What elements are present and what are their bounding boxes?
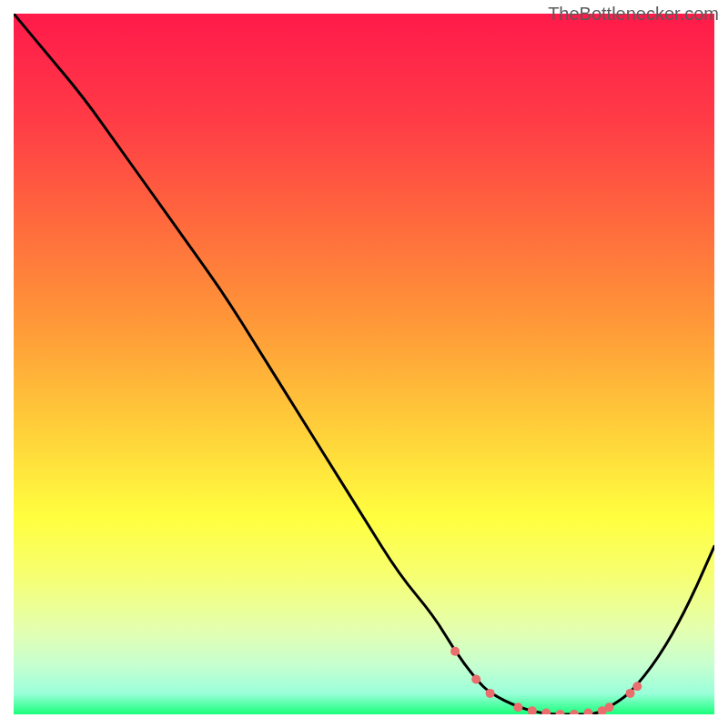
svg-rect-0	[14, 14, 714, 714]
gradient-background	[14, 14, 714, 714]
plot-area	[14, 14, 714, 714]
watermark-text: TheBottlenecker.com	[548, 4, 719, 25]
